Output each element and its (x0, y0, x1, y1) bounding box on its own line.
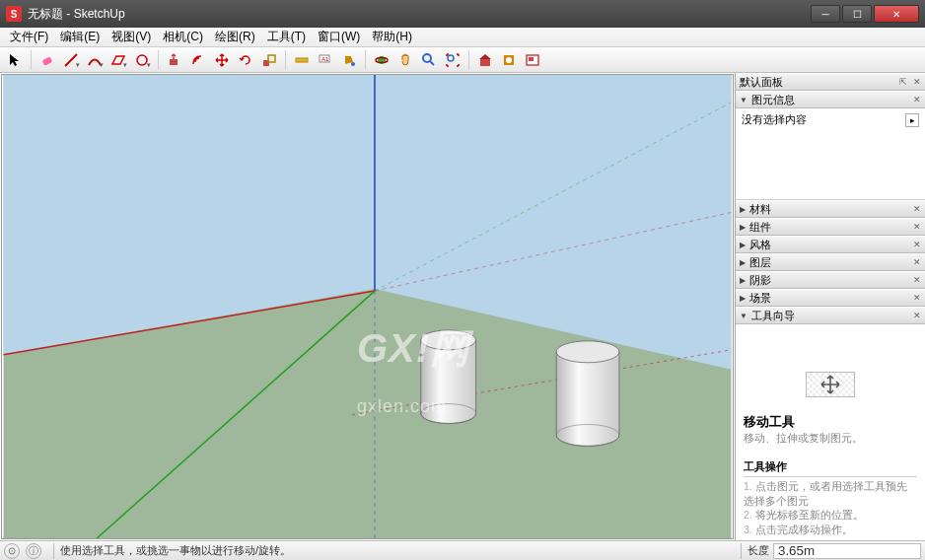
cylinder-1 (421, 330, 476, 424)
svg-point-12 (448, 55, 454, 61)
credit-icon[interactable]: ⓘ (26, 543, 41, 559)
entity-info-text: 没有选择内容 (742, 112, 807, 127)
viewport-canvas (2, 75, 733, 538)
panel-entity-info[interactable]: ▼ 图元信息 ✕ (736, 91, 925, 108)
menu-tools[interactable]: 工具(T) (261, 27, 312, 47)
orbit-tool[interactable] (371, 49, 392, 71)
eraser-tool[interactable] (36, 49, 58, 71)
svg-rect-17 (529, 57, 534, 61)
window-title: 无标题 - SketchUp (28, 6, 811, 23)
svg-point-15 (506, 57, 512, 63)
main-area: GX!网 gxlen.com 默认面板 ⇱ ✕ ▼ 图元信息 ✕ 没有选择内容 … (0, 73, 925, 540)
instructor-ops: 1. 点击图元，或者用选择工具预先选择多个图元 2. 将光标移至新的位置。 3.… (744, 479, 917, 537)
separator (53, 543, 54, 559)
cylinder-2 (556, 341, 619, 447)
menu-file[interactable]: 文件(F) (4, 27, 54, 47)
details-toggle-icon[interactable]: ▸ (905, 113, 919, 127)
menu-camera[interactable]: 相机(C) (157, 27, 209, 47)
panel-scenes[interactable]: ▶场景✕ (736, 289, 925, 307)
svg-point-8 (351, 62, 355, 66)
window-buttons: ─ ☐ ✕ (811, 5, 919, 23)
menu-help[interactable]: 帮助(H) (366, 27, 418, 47)
entity-info-body: 没有选择内容 ▸ (736, 108, 925, 131)
pan-tool[interactable] (394, 49, 416, 71)
geo-icon[interactable]: ⊙ (4, 543, 20, 559)
warehouse-tool[interactable] (474, 49, 496, 71)
maximize-button[interactable]: ☐ (842, 5, 872, 23)
instructor-ops-title: 工具操作 (744, 459, 917, 477)
instructor-body: 移动工具 移动、拉伸或复制图元。 工具操作 1. 点击图元，或者用选择工具预先选… (736, 324, 925, 540)
menu-window[interactable]: 窗口(W) (312, 27, 366, 47)
menubar: 文件(F) 编辑(E) 视图(V) 相机(C) 绘图(R) 工具(T) 窗口(W… (0, 28, 925, 47)
svg-rect-2 (170, 59, 178, 65)
text-tool[interactable]: A1 (315, 49, 336, 71)
extension-tool[interactable] (498, 49, 520, 71)
minimize-button[interactable]: ─ (811, 5, 840, 23)
zoom-extents-tool[interactable] (442, 49, 463, 71)
separator (365, 50, 366, 70)
rectangle-tool[interactable]: ▾ (107, 49, 129, 71)
scale-tool[interactable] (258, 49, 280, 71)
viewport[interactable]: GX!网 gxlen.com (1, 74, 734, 539)
separator (31, 50, 32, 70)
svg-rect-4 (268, 55, 275, 62)
offset-tool[interactable] (187, 49, 209, 71)
pin-icon[interactable]: ⇱ (899, 77, 907, 87)
length-label: 长度 (747, 543, 769, 558)
right-tray: 默认面板 ⇱ ✕ ▼ 图元信息 ✕ 没有选择内容 ▸ ▶材料✕ ▶组件✕ ▶风格… (735, 73, 925, 540)
panel-layers[interactable]: ▶图层✕ (736, 253, 925, 271)
panel-close-icon[interactable]: ✕ (913, 95, 921, 105)
statusbar: ⊙ ⓘ 使用选择工具，或挑选一事物以进行移动/旋转。 长度 (0, 540, 925, 560)
instructor-title: 移动工具 (744, 413, 917, 431)
circle-tool[interactable]: ▾ (131, 49, 153, 71)
separator (285, 50, 286, 70)
separator (741, 543, 742, 559)
paint-tool[interactable] (338, 49, 360, 71)
move-tool[interactable] (211, 49, 233, 71)
close-tray-icon[interactable]: ✕ (913, 77, 921, 87)
panel-components[interactable]: ▶组件✕ (736, 218, 925, 236)
svg-rect-0 (42, 56, 53, 65)
instructor-subtitle: 移动、拉伸或复制图元。 (744, 431, 917, 446)
rotate-tool[interactable] (235, 49, 256, 71)
app-icon: S (6, 6, 22, 22)
measurement-input[interactable] (773, 543, 921, 559)
tray-title: 默认面板 (740, 75, 899, 90)
panel-shadows[interactable]: ▶阴影✕ (736, 271, 925, 289)
panel-instructor[interactable]: ▼工具向导✕ (736, 307, 925, 324)
status-hint: 使用选择工具，或挑选一事物以进行移动/旋转。 (60, 543, 735, 558)
line-tool[interactable]: ▾ (60, 49, 82, 71)
tray-header[interactable]: 默认面板 ⇱ ✕ (736, 73, 925, 91)
tape-tool[interactable] (291, 49, 313, 71)
menu-draw[interactable]: 绘图(R) (209, 27, 261, 47)
panel-styles[interactable]: ▶风格✕ (736, 236, 925, 253)
svg-point-11 (423, 54, 431, 62)
titlebar: S 无标题 - SketchUp ─ ☐ ✕ (0, 0, 925, 28)
layout-tool[interactable] (522, 49, 543, 71)
menu-edit[interactable]: 编辑(E) (54, 27, 106, 47)
pushpull-tool[interactable] (164, 49, 185, 71)
separator (468, 50, 469, 70)
arc-tool[interactable]: ▾ (84, 49, 106, 71)
separator (158, 50, 159, 70)
svg-point-28 (556, 341, 619, 363)
svg-point-26 (421, 330, 476, 350)
menu-view[interactable]: 视图(V) (106, 27, 157, 47)
svg-rect-13 (480, 58, 490, 66)
zoom-tool[interactable] (418, 49, 440, 71)
panel-materials[interactable]: ▶材料✕ (736, 200, 925, 218)
select-tool[interactable] (4, 49, 26, 71)
collapse-icon: ▼ (740, 96, 747, 105)
toolbar: ▾ ▾ ▾ ▾ A1 (0, 47, 925, 73)
svg-point-1 (137, 55, 147, 65)
svg-text:A1: A1 (321, 56, 329, 62)
close-button[interactable]: ✕ (874, 5, 919, 23)
tool-preview (806, 372, 855, 397)
